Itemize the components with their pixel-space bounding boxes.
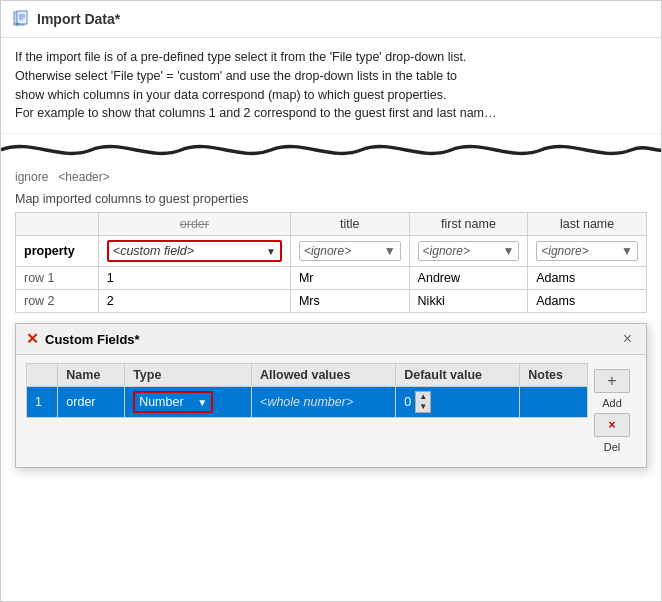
del-label: Del [604, 441, 621, 453]
dialog-row: Name Type Allowed values Default value N… [26, 363, 636, 459]
dialog-x-icon: ✕ [26, 330, 39, 348]
row1-col-firstname: Andrew [409, 267, 528, 290]
cf-row1-name: order [58, 387, 125, 418]
delete-icon: × [608, 418, 615, 432]
type-arrow: ▼ [197, 397, 207, 408]
map-section: Map imported columns to guest properties… [1, 186, 661, 317]
default-value-text: 0 [404, 395, 411, 409]
add-button[interactable]: + [594, 369, 630, 393]
ignore-lastname-label: <ignore> [541, 244, 588, 258]
row2-col-firstname: Nikki [409, 290, 528, 313]
cf-row1-num: 1 [27, 387, 58, 418]
delete-button[interactable]: × [594, 413, 630, 437]
row2-col-order: 2 [98, 290, 290, 313]
spinner-up[interactable]: ▲ [416, 392, 430, 402]
order-strikethrough: order [180, 217, 209, 231]
main-window: Import Data* If the import file is of a … [0, 0, 662, 602]
row1-col-order: 1 [98, 267, 290, 290]
cf-row1-type[interactable]: Number ▼ [125, 387, 252, 418]
import-icon [11, 9, 31, 29]
custom-fields-dialog: ✕ Custom Fields* × Name Type Allowed val… [15, 323, 647, 468]
default-value-cell: 0 ▲ ▼ [404, 391, 511, 413]
side-buttons: + Add × Del [588, 363, 636, 459]
property-row-label: property [16, 236, 99, 267]
row1-col-lastname: Adams [528, 267, 647, 290]
description-line3: show which columns in your data correspo… [15, 86, 647, 105]
cf-table: Name Type Allowed values Default value N… [26, 363, 588, 418]
col-header-firstname: first name [409, 213, 528, 236]
ignore-dropdown-title[interactable]: <ignore> ▼ [299, 241, 401, 261]
cf-col-type: Type [125, 364, 252, 387]
type-dropdown[interactable]: Number ▼ [133, 391, 213, 413]
custom-field-arrow: ▼ [266, 246, 276, 257]
cf-col-notes: Notes [520, 364, 588, 387]
spinner-down[interactable]: ▼ [416, 402, 430, 412]
col-header-order: order [98, 213, 290, 236]
col-header-lastname: last name [528, 213, 647, 236]
ignore-title-arrow: ▼ [384, 244, 396, 258]
ignore-label: ignore [15, 170, 48, 184]
cf-row1-allowed: <whole number> [252, 387, 396, 418]
row1-label: row 1 [16, 267, 99, 290]
cf-col-default: Default value [396, 364, 520, 387]
cf-table-wrap: Name Type Allowed values Default value N… [26, 363, 588, 459]
map-section-label: Map imported columns to guest properties [15, 192, 647, 206]
description-line4: For example to show that columns 1 and 2… [15, 104, 647, 123]
title-bar: Import Data* [1, 1, 661, 38]
header-label: <header> [58, 170, 109, 184]
cf-col-allowed: Allowed values [252, 364, 396, 387]
columns-table: order title first name last name propert… [15, 212, 647, 313]
cf-col-name: Name [58, 364, 125, 387]
custom-field-dropdown[interactable]: <custom field> ▼ [107, 240, 282, 262]
property-col-firstname[interactable]: <ignore> ▼ [409, 236, 528, 267]
ignore-firstname-label: <ignore> [423, 244, 470, 258]
property-col-lastname[interactable]: <ignore> ▼ [528, 236, 647, 267]
dialog-title-left: ✕ Custom Fields* [26, 330, 140, 348]
property-row: property <custom field> ▼ <ignore> ▼ [16, 236, 647, 267]
ignore-lastname-arrow: ▼ [621, 244, 633, 258]
row2-col-title: Mrs [290, 290, 409, 313]
col-header-title: title [290, 213, 409, 236]
cf-data-row-1: 1 order Number ▼ <wh [27, 387, 588, 418]
add-label: Add [602, 397, 622, 409]
add-icon: + [607, 372, 616, 390]
description-line2: Otherwise select 'File type' = 'custom' … [15, 67, 647, 86]
row1-col-title: Mr [290, 267, 409, 290]
ignore-dropdown-lastname[interactable]: <ignore> ▼ [536, 241, 638, 261]
property-col-title[interactable]: <ignore> ▼ [290, 236, 409, 267]
dialog-title-text: Custom Fields* [45, 332, 140, 347]
row2-col-lastname: Adams [528, 290, 647, 313]
dialog-close-button[interactable]: × [619, 330, 636, 348]
cf-col-num [27, 364, 58, 387]
allowed-values: <whole number> [260, 395, 353, 409]
ignore-firstname-arrow: ▼ [502, 244, 514, 258]
custom-field-label: <custom field> [113, 244, 194, 258]
cf-row1-default: 0 ▲ ▼ [396, 387, 520, 418]
ignore-title-label: <ignore> [304, 244, 351, 258]
col-header-empty [16, 213, 99, 236]
data-row-2: row 2 2 Mrs Nikki Adams [16, 290, 647, 313]
window-title: Import Data* [37, 11, 120, 27]
spinner[interactable]: ▲ ▼ [415, 391, 431, 413]
data-row-1: row 1 1 Mr Andrew Adams [16, 267, 647, 290]
type-value: Number [139, 395, 183, 409]
description-line1: If the import file is of a pre-defined t… [15, 48, 647, 67]
row2-label: row 2 [16, 290, 99, 313]
wave-divider [1, 134, 661, 166]
property-col-order[interactable]: <custom field> ▼ [98, 236, 290, 267]
cf-row1-notes [520, 387, 588, 418]
dialog-titlebar: ✕ Custom Fields* × [16, 324, 646, 355]
ignore-dropdown-firstname[interactable]: <ignore> ▼ [418, 241, 520, 261]
dialog-content: Name Type Allowed values Default value N… [16, 355, 646, 467]
top-labels-row: ignore <header> [1, 166, 661, 186]
description-area: If the import file is of a pre-defined t… [1, 38, 661, 134]
